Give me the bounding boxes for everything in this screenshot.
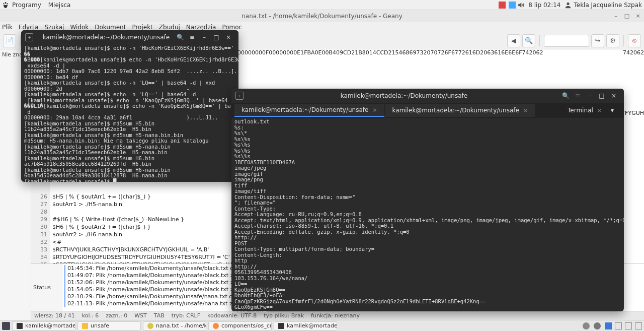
- workspace-4[interactable]: [635, 322, 642, 329]
- taskbar-item-terminal1[interactable]: kamilek@mortadel…: [12, 321, 75, 330]
- gnome-logo-icon: [2, 2, 9, 9]
- workspace-1[interactable]: [605, 322, 612, 329]
- top-panel: Programy Miejsca 8 lip 02:14 Tekla Jacqu…: [0, 0, 644, 10]
- menu-edycja[interactable]: Edycja: [19, 24, 39, 31]
- status-filetype: typ pliku: Brak: [264, 312, 304, 319]
- geany-msgs-label: Status: [31, 264, 62, 311]
- toolbar-goto-combo[interactable]: [544, 35, 589, 47]
- terminal2-tab-dropdown[interactable]: Terminal×▾: [560, 104, 621, 117]
- code-right-fragment: TFYGUH: [621, 110, 644, 116]
- toolbar-exit-button[interactable]: ⎋: [628, 34, 641, 47]
- terminal1-minimize-button[interactable]: –: [198, 32, 210, 42]
- firefox-icon: [213, 323, 219, 329]
- svg-point-0: [567, 2, 570, 5]
- terminal2-new-tab-icon[interactable]: ＋: [235, 92, 244, 100]
- toolbar-goto-button[interactable]: ↪: [591, 34, 604, 47]
- tray-app-icon-1[interactable]: [583, 322, 590, 329]
- terminal2-maximize-button[interactable]: □: [596, 91, 608, 101]
- status-ws: WST: [134, 312, 147, 319]
- workspace-3[interactable]: [625, 322, 632, 329]
- toolbar-search-button[interactable]: 🔍: [522, 34, 535, 47]
- tab-close-icon[interactable]: ×: [597, 107, 602, 114]
- menu-plik[interactable]: Plik: [2, 24, 13, 31]
- terminal2-menu-icon[interactable]: ≡: [572, 91, 584, 101]
- volume-icon[interactable]: [517, 2, 524, 9]
- geany-titlebar: nana.txt - /home/kamilek/Dokumenty/unsaf…: [0, 10, 644, 22]
- terminal1-title: kamilek@mortadela:~/Dokumenty/unsafe: [38, 34, 174, 41]
- workspace-2[interactable]: [615, 322, 622, 329]
- code-hex-right: 742062: [623, 49, 644, 56]
- taskbar-item-geany[interactable]: nana.txt - /home/ka…: [143, 321, 206, 330]
- show-desktop-button[interactable]: [2, 322, 10, 330]
- terminal2-tab-1[interactable]: kamilek@mortadela:~/Dokumenty/unsafe×: [234, 104, 384, 117]
- menu-dokument[interactable]: Dokument: [95, 24, 126, 31]
- tray-network-icon[interactable]: [509, 2, 516, 9]
- top-menu-miejsca[interactable]: Miejsca: [48, 2, 71, 9]
- status-crlf: tryb: CRLF: [172, 312, 200, 319]
- geany-title-text: nana.txt - /home/kamilek/Dokumenty/unsaf…: [242, 13, 403, 20]
- geany-statusbar: wiersz: 18 / 41 kol.: 6 zazn.: 0 WST TAB…: [31, 311, 644, 320]
- tab-close-icon[interactable]: ×: [523, 107, 528, 114]
- terminal1-new-tab-icon[interactable]: ＋: [25, 33, 33, 41]
- menu-pomoc[interactable]: Pomoc: [222, 24, 242, 31]
- taskbar-item-firefox[interactable]: components/os_cry…: [208, 321, 272, 330]
- terminal-icon: [17, 323, 23, 329]
- menu-narzedzia[interactable]: Narzędzia: [186, 24, 216, 31]
- clock[interactable]: 8 lip 02:14: [528, 2, 560, 9]
- menu-projekt[interactable]: Projekt: [132, 24, 152, 31]
- status-sel: zazn.: 0: [106, 312, 127, 319]
- terminal2-titlebar[interactable]: ＋ kamilek@mortadela:~/Dokumenty/unsafe 🔍…: [231, 89, 624, 103]
- status-col: kol.: 6: [82, 312, 99, 319]
- toolbar-cog-button[interactable]: ⚙: [606, 34, 619, 47]
- toolbar-new-button[interactable]: 📄: [3, 34, 16, 47]
- terminal1-close-button[interactable]: ×: [222, 32, 234, 42]
- status-enc: kodowanie: UTF-8: [207, 312, 257, 319]
- geany-icon: [147, 323, 153, 329]
- tab-close-icon[interactable]: ×: [372, 107, 377, 113]
- terminal1-search-icon[interactable]: 🔍: [174, 32, 186, 42]
- terminal2-search-icon[interactable]: 🔍: [559, 91, 572, 101]
- toolbar-back-button[interactable]: ◀: [507, 34, 520, 47]
- taskbar-item-terminal2[interactable]: kamilek@mortadela…: [274, 321, 337, 330]
- taskbar-item-files[interactable]: unsafe: [77, 321, 141, 330]
- terminal1-window: ＋ kamilek@mortadela:~/Dokumenty/unsafe 🔍…: [21, 30, 238, 182]
- folder-icon: [82, 323, 88, 329]
- terminal2-tabbar: kamilek@mortadela:~/Dokumenty/unsafe× ka…: [231, 103, 624, 118]
- taskbar: kamilek@mortadel… unsafe nana.txt - /hom…: [0, 320, 644, 331]
- terminal1-body[interactable]: [kamilek@mortadela unsafe]$ echo -n 'Hbc…: [21, 44, 238, 182]
- status-func: funkcja: nieznany: [311, 312, 360, 319]
- user-icon: [565, 2, 572, 9]
- terminal2-window: ＋ kamilek@mortadela:~/Dokumenty/unsafe 🔍…: [231, 89, 624, 311]
- status-pos: wiersz: 18 / 41: [34, 312, 75, 319]
- terminal2-minimize-button[interactable]: –: [584, 91, 596, 101]
- menu-zbuduj[interactable]: Zbuduj: [159, 24, 180, 31]
- terminal1-titlebar[interactable]: ＋ kamilek@mortadela:~/Dokumenty/unsafe 🔍…: [21, 30, 238, 44]
- terminal2-tab-2[interactable]: kamilek@mortadela:~/Dokumenty/unsafe×: [385, 104, 535, 117]
- tray-app-icon-2[interactable]: [594, 322, 601, 329]
- terminal-icon: [278, 323, 284, 329]
- geany-close-button[interactable]: ×: [635, 13, 641, 19]
- terminal2-title: kamilek@mortadela:~/Dokumenty/unsafe: [249, 92, 559, 99]
- menu-szukaj[interactable]: Szukaj: [44, 24, 64, 31]
- status-tab: TAB: [154, 312, 165, 319]
- user-menu[interactable]: Tekla Jacqueline Szpak: [565, 2, 642, 9]
- top-menu-programy[interactable]: Programy: [12, 2, 41, 9]
- terminal1-maximize-button[interactable]: □: [210, 32, 222, 42]
- menu-widok[interactable]: Widok: [70, 24, 89, 31]
- terminal1-menu-icon[interactable]: ≡: [186, 32, 198, 42]
- terminal2-body[interactable]: outlook.txt %s: %s\* %s\%s %s\%s %s\%s %…: [231, 118, 624, 311]
- user-name: Tekla Jacqueline Szpak: [574, 2, 642, 9]
- terminal2-close-button[interactable]: ×: [608, 91, 620, 101]
- tray-update-icon[interactable]: [499, 2, 506, 9]
- geany-maximize-button[interactable]: □: [624, 13, 630, 19]
- geany-minimize-button[interactable]: –: [613, 13, 619, 19]
